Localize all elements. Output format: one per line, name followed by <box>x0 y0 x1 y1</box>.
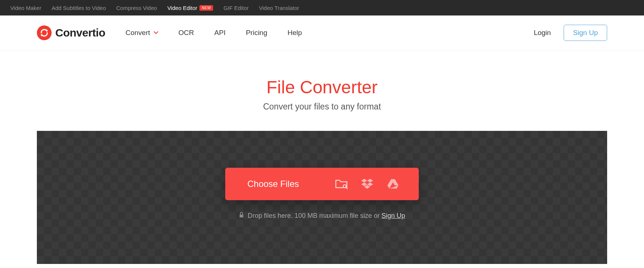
dropbox-icon[interactable] <box>354 179 380 189</box>
nav-ocr[interactable]: OCR <box>178 29 194 37</box>
lock-icon <box>239 212 244 220</box>
nav-help[interactable]: Help <box>288 29 302 37</box>
topbar-compress-video[interactable]: Compress Video <box>116 5 157 11</box>
google-drive-icon[interactable] <box>380 179 406 189</box>
topbar-video-maker[interactable]: Video Maker <box>10 5 41 11</box>
nav-pricing[interactable]: Pricing <box>246 29 267 37</box>
svg-marker-8 <box>364 185 370 189</box>
chevron-down-icon <box>154 31 158 35</box>
svg-marker-1 <box>41 34 42 36</box>
svg-marker-5 <box>367 179 373 182</box>
topbar-gif-editor[interactable]: GIF Editor <box>223 5 248 11</box>
svg-rect-12 <box>240 215 243 217</box>
logo[interactable]: Convertio <box>37 25 105 40</box>
main-nav: Convert OCR API Pricing Help <box>126 29 302 37</box>
main-header: Convertio Convert OCR API Pricing Help L… <box>0 15 644 51</box>
topbar-video-editor[interactable]: Video Editor NEW <box>167 5 213 11</box>
hero: File Converter Convert your files to any… <box>0 51 644 131</box>
nav-api[interactable]: API <box>214 29 226 37</box>
topbar-add-subtitles[interactable]: Add Subtitles to Video <box>52 5 106 11</box>
drop-hint: Drop files here. 100 MB maximum file siz… <box>37 212 607 220</box>
svg-marker-7 <box>367 182 373 186</box>
login-link[interactable]: Login <box>534 29 551 37</box>
choose-files-label: Choose Files <box>247 179 299 189</box>
page-title: File Converter <box>0 77 644 97</box>
signup-link-inline[interactable]: Sign Up <box>382 212 405 219</box>
signup-button[interactable]: Sign Up <box>564 25 607 41</box>
header-right: Login Sign Up <box>534 25 607 41</box>
logo-text: Convertio <box>55 27 105 39</box>
file-dropzone[interactable]: Choose Files <box>37 131 607 264</box>
svg-marker-6 <box>361 182 367 186</box>
page-subtitle: Convert your files to any format <box>0 102 644 112</box>
nav-convert[interactable]: Convert <box>126 29 159 37</box>
svg-marker-0 <box>46 29 48 32</box>
new-badge: NEW <box>199 5 213 11</box>
logo-icon <box>37 25 52 40</box>
svg-marker-4 <box>361 179 367 182</box>
choose-files-button[interactable]: Choose Files <box>225 168 419 200</box>
folder-search-icon[interactable] <box>328 179 354 189</box>
topbar-video-translator[interactable]: Video Translator <box>259 5 299 11</box>
top-bar: Video Maker Add Subtitles to Video Compr… <box>0 0 644 15</box>
